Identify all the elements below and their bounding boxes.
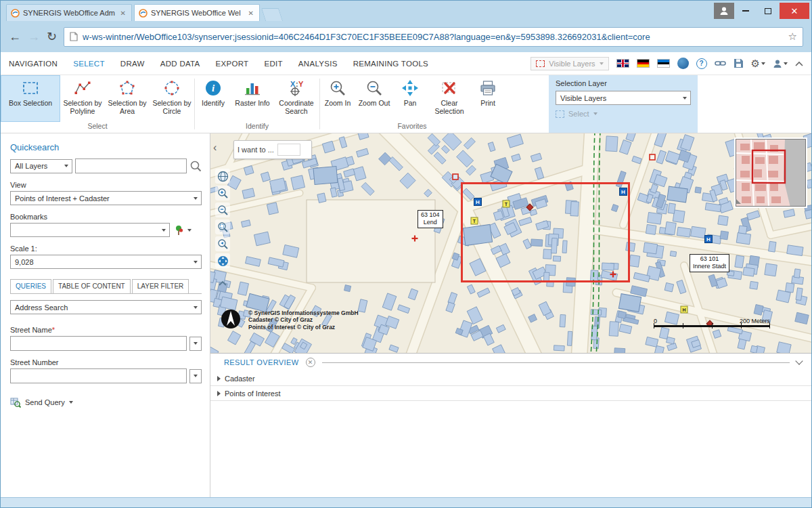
result-group-points-of-interest[interactable]: Points of Interest [210, 386, 811, 401]
tab-close-icon[interactable]: ✕ [119, 9, 127, 17]
main-area: Quicksearch All Layers View Points of In… [1, 133, 811, 497]
url-field[interactable]: w-ws-wintner/WebOffice103/synserver;jses… [64, 27, 803, 47]
copyright-line: Cadaster © City of Graz [248, 316, 359, 323]
browser-window: SYNERGIS WebOffice Adm ✕ SYNERGIS WebOff… [0, 0, 812, 508]
menu-select[interactable]: SELECT [73, 60, 105, 68]
collapse-map-tools-button[interactable] [215, 276, 230, 291]
identify-tool[interactable]: i Identify [195, 75, 231, 122]
selection-by-circle-tool[interactable]: Selection by Circle [150, 75, 194, 122]
estonian-flag-icon[interactable] [657, 59, 670, 68]
result-group-label: Points of Interest [225, 389, 281, 398]
result-group-cadaster[interactable]: Cadaster [210, 371, 811, 386]
menu-draw[interactable]: DRAW [120, 60, 145, 68]
visible-layers-dropdown[interactable]: Visible Layers [531, 57, 608, 70]
selection-by-polyline-tool[interactable]: Selection by Polyline [60, 75, 105, 122]
street-number-input[interactable] [10, 368, 187, 383]
layers-dropdown[interactable]: All Layers [10, 159, 72, 173]
forward-icon[interactable]: → [28, 30, 40, 44]
refresh-icon[interactable]: ↻ [47, 29, 57, 44]
menu-add-data[interactable]: ADD DATA [160, 60, 200, 68]
chevron-down-icon [593, 112, 597, 115]
street-name-input[interactable] [10, 336, 187, 351]
pan-tool[interactable]: Pan [393, 75, 427, 122]
select-dropdown-disabled[interactable]: Select [556, 108, 691, 119]
overview-resize-handle-icon[interactable] [736, 198, 741, 204]
new-tab-button[interactable] [261, 8, 283, 21]
street-name-dropdown-button[interactable] [189, 337, 202, 351]
menu-export[interactable]: EXPORT [216, 60, 249, 68]
overview-map[interactable] [736, 139, 806, 207]
german-flag-icon[interactable] [637, 59, 650, 68]
scale-dropdown[interactable]: 9,028 [10, 255, 202, 269]
zoom-out-icon [364, 79, 384, 98]
chevron-down-icon [158, 224, 169, 236]
menu-edit[interactable]: EDIT [264, 60, 282, 68]
ribbon-group-identify: i Identify Raster Info X:Y Coordinate Se… [195, 75, 319, 133]
bookmarks-dropdown[interactable] [10, 223, 170, 237]
tab-title: SYNERGIS WebOffice Wel [151, 9, 244, 17]
selection-layer-panel: Selection Layer Visible Layers Select [549, 75, 698, 133]
coordinate-search-tool[interactable]: X:Y Coordinate Search [273, 75, 319, 122]
print-tool[interactable]: Print [472, 75, 504, 122]
view-dropdown[interactable]: Points of Interest + Cadaster [10, 191, 202, 205]
quicksearch-input[interactable] [75, 158, 187, 173]
full-extent-button[interactable] [215, 169, 230, 184]
menu-navigation[interactable]: NAVIGATION [9, 60, 58, 68]
menu-analysis[interactable]: ANALYSIS [298, 60, 338, 68]
back-icon[interactable]: ← [9, 30, 21, 44]
favorite-star-icon[interactable]: ☆ [788, 30, 797, 43]
query-type-dropdown[interactable]: Address Search [10, 300, 202, 314]
chevron-up-icon [219, 280, 227, 286]
close-button[interactable]: ✕ [780, 3, 809, 19]
map-zoom-out-button[interactable] [215, 203, 230, 217]
previous-extent-button[interactable] [215, 236, 230, 251]
tab-queries[interactable]: QUERIES [10, 279, 51, 293]
send-query-button[interactable]: Send Query [10, 397, 202, 408]
settings-button[interactable]: ⚙ [751, 58, 765, 70]
weboffice-app: NAVIGATION SELECT DRAW ADD DATA EXPORT E… [1, 52, 811, 497]
collapse-ribbon-icon[interactable] [795, 61, 803, 66]
selection-by-area-tool[interactable]: Selection by Area [105, 75, 150, 122]
globe-icon[interactable] [677, 58, 689, 69]
tool-label: Zoom Out [359, 99, 390, 107]
add-bookmark-icon[interactable] [173, 224, 185, 236]
tab-table-of-content[interactable]: TABLE OF CONTENT [53, 279, 131, 293]
collapse-sidebar-icon[interactable]: ‹ [213, 142, 217, 154]
i-want-to-box[interactable]: I want to ... [233, 140, 312, 159]
english-flag-icon[interactable] [616, 59, 629, 68]
tool-label: Box Selection [9, 99, 52, 107]
street-number-dropdown-button[interactable] [189, 369, 202, 383]
raster-info-tool[interactable]: Raster Info [231, 75, 273, 122]
globe-icon [217, 171, 229, 182]
query-type-value: Address Search [15, 303, 68, 312]
default-extent-button[interactable] [215, 253, 230, 268]
i-want-to-input[interactable] [277, 144, 300, 156]
zoom-window-button[interactable] [215, 219, 230, 234]
link-icon[interactable] [715, 58, 726, 68]
help-icon[interactable]: ? [696, 58, 707, 69]
district-code: 63 101 [693, 255, 726, 263]
browser-tab-active[interactable]: SYNERGIS WebOffice Wel ✕ [134, 4, 260, 21]
zoom-out-tool[interactable]: Zoom Out [355, 75, 393, 122]
search-icon[interactable] [189, 160, 202, 172]
chevron-down-icon[interactable] [187, 229, 191, 232]
coordinate-search-icon: X:Y [286, 79, 307, 98]
collapse-results-icon[interactable] [795, 357, 803, 364]
tab-close-icon[interactable]: ✕ [247, 9, 255, 17]
tab-layer-filter[interactable]: LAYER FILTER [132, 279, 189, 293]
map-zoom-in-button[interactable] [215, 186, 230, 200]
browser-tab-admin[interactable]: SYNERGIS WebOffice Adm ✕ [6, 4, 132, 21]
clear-selection-tool[interactable]: Clear Selection [427, 75, 472, 122]
menu-remaining-tools[interactable]: REMAINING TOOLS [353, 60, 428, 68]
maximize-button[interactable] [757, 3, 779, 19]
scale-label: Scale 1: [10, 245, 202, 253]
box-selection-tool[interactable]: Box Selection [1, 75, 60, 122]
profile-button[interactable] [714, 3, 734, 19]
close-results-icon[interactable]: ✕ [306, 358, 315, 367]
minimize-button[interactable] [735, 3, 757, 19]
selection-layer-dropdown[interactable]: Visible Layers [556, 91, 691, 105]
account-button[interactable] [773, 59, 788, 68]
zoom-in-tool[interactable]: Zoom In [320, 75, 355, 122]
save-icon[interactable] [734, 58, 744, 68]
menubar-right-tools: Visible Layers ? ⚙ [531, 57, 803, 70]
